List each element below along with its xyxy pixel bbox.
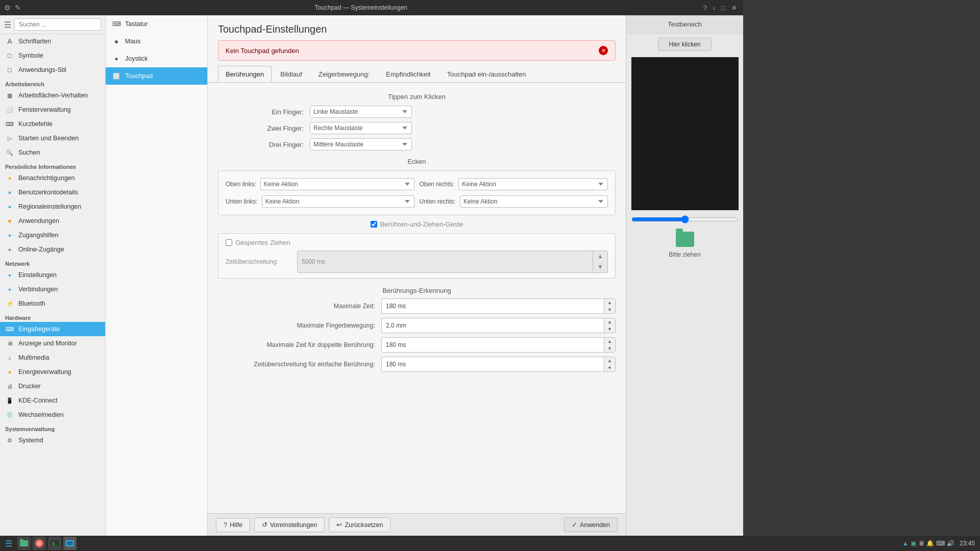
sidebar-item-wechselmedien[interactable]: 💿 Wechselmedien: [0, 408, 105, 422]
sidebar-item-fensterverwaltung[interactable]: ⬜ Fensterverwaltung: [0, 103, 105, 117]
unten-links-select[interactable]: Keine Aktion: [262, 195, 414, 208]
timeout-einfach-down[interactable]: ▼: [604, 364, 615, 371]
sidebar-item-kurzbefehle[interactable]: ⌨ Kurzbefehle: [0, 117, 105, 131]
tab-beruhrungen[interactable]: Berührungen: [218, 66, 272, 82]
max-zeit-row: Maximale Zeit: 180 ms ▲ ▼: [218, 298, 616, 314]
max-zeit-spinbox[interactable]: 180 ms ▲ ▼: [381, 298, 616, 314]
anwenden-button[interactable]: ✓ Anwenden: [564, 517, 618, 532]
device-touchpad[interactable]: ⬜ Touchpad: [106, 67, 207, 85]
gesperrt-checkbox[interactable]: [226, 239, 232, 246]
max-doppel-spinbox[interactable]: 180 ms ▲ ▼: [381, 337, 616, 353]
sidebar-item-energie[interactable]: ● Energieverwaltung: [0, 365, 105, 379]
timeout-up-arrow[interactable]: ▲: [593, 251, 607, 262]
max-doppel-label: Maximale Zeit für doppelte Berührung:: [218, 341, 381, 348]
sidebar-item-eingabegerate[interactable]: ⌨ Eingabegeräte: [0, 322, 105, 336]
gesten-checkbox[interactable]: [371, 221, 377, 228]
minimize-btn[interactable]: ‹: [711, 4, 717, 12]
max-finger-down[interactable]: ▼: [604, 325, 615, 333]
unten-links-dropdown[interactable]: Keine Aktion: [262, 195, 414, 208]
bitte-ziehen-label: Bitte ziehen: [669, 251, 701, 258]
oben-rechts-dropdown[interactable]: Keine Aktion: [458, 178, 608, 190]
device-maus[interactable]: ● Maus: [106, 33, 207, 50]
sidebar-item-anwendungen[interactable]: ★ Anwendungen: [0, 214, 105, 228]
hilfe-button[interactable]: ? Hilfe: [216, 518, 250, 532]
timeout-einfach-up[interactable]: ▲: [604, 357, 615, 364]
ein-finger-row: Ein Finger: Linke Maustaste: [218, 106, 616, 118]
test-click-button[interactable]: Hier klicken: [658, 38, 711, 51]
taskbar-browser-icon[interactable]: [33, 537, 46, 550]
oben-links-dropdown[interactable]: Keine Aktion: [260, 178, 414, 190]
sidebar-item-suchen[interactable]: 🔍 Suchen: [0, 145, 105, 160]
voreinstellungen-button[interactable]: ↺ Voreinstellungen: [254, 517, 325, 532]
monitor-icon: 🖥: [5, 339, 14, 348]
help-icon: ?: [224, 521, 227, 529]
oben-links-select[interactable]: Keine Aktion: [260, 178, 414, 190]
max-doppel-down[interactable]: ▼: [604, 345, 615, 352]
max-finger-spinbox[interactable]: 2,0 mm ▲ ▼: [381, 318, 616, 333]
tab-bildlauf[interactable]: Bildlauf: [273, 66, 310, 82]
zwei-finger-select[interactable]: Rechte Maustaste: [310, 122, 412, 134]
timeout-input[interactable]: 5000 ms ▲ ▼: [297, 251, 608, 273]
sidebar-item-regional[interactable]: ● Regionaleinstellungen: [0, 199, 105, 214]
test-draw-area[interactable]: [631, 57, 739, 210]
taskbar-menu-icon[interactable]: ☰: [2, 537, 15, 550]
edit-icon: ✎: [15, 4, 21, 12]
ein-finger-select[interactable]: Linke Maustaste: [310, 106, 412, 118]
sidebar-item-bluetooth[interactable]: ⚡ Bluetooth: [0, 296, 105, 311]
sidebar-item-drucker[interactable]: 🖨 Drucker: [0, 379, 105, 393]
sidebar-item-schriftarten[interactable]: A Schriftarten: [0, 34, 105, 48]
sidebar-item-benachrichtigungen[interactable]: ● Benachrichtigungen: [0, 171, 105, 185]
device-joystick[interactable]: ● Joystick: [106, 50, 207, 67]
max-zeit-down[interactable]: ▼: [604, 306, 615, 313]
sidebar-item-einstellungen[interactable]: ● Einstellungen: [0, 268, 105, 282]
ein-finger-dropdown[interactable]: Linke Maustaste: [310, 106, 412, 118]
help-btn[interactable]: ?: [701, 4, 709, 12]
sidebar-item-symbole[interactable]: ⬡ Symbole: [0, 48, 105, 63]
maximize-btn[interactable]: □: [719, 4, 727, 12]
timeout-einfach-spinbox[interactable]: 180 ms ▲ ▼: [381, 357, 616, 372]
max-doppel-up[interactable]: ▲: [604, 338, 615, 345]
tab-touchpad-toggle[interactable]: Touchpad ein-/ausschalten: [439, 66, 534, 82]
max-finger-up[interactable]: ▲: [604, 318, 615, 325]
sidebar-item-verbindungen[interactable]: ● Verbindungen: [0, 282, 105, 296]
zwei-finger-label: Zwei Finger:: [218, 124, 310, 132]
sidebar-item-online-zugange[interactable]: ● Online-Zugänge: [0, 242, 105, 257]
taskbar-settings-icon[interactable]: [63, 537, 77, 550]
unten-rechts-dropdown[interactable]: Keine Aktion: [460, 195, 608, 208]
sidebar-item-starten[interactable]: ▷ Starten und Beenden: [0, 131, 105, 145]
sidebar-item-anzeige[interactable]: 🖥 Anzeige und Monitor: [0, 336, 105, 350]
alert-close-btn[interactable]: ✕: [599, 46, 608, 55]
unten-rechts-select[interactable]: Keine Aktion: [460, 195, 608, 208]
sidebar-item-zugangshilfen[interactable]: ● Zugangshilfen: [0, 228, 105, 242]
timeout-down-arrow[interactable]: ▼: [593, 262, 607, 272]
search-input[interactable]: [14, 18, 101, 31]
drei-finger-select[interactable]: Mittlere Maustaste: [310, 138, 412, 151]
zwei-finger-dropdown[interactable]: Rechte Maustaste: [310, 122, 412, 134]
test-slider[interactable]: [631, 215, 739, 223]
drei-finger-label: Drei Finger:: [218, 141, 310, 148]
drei-finger-dropdown[interactable]: Mittlere Maustaste: [310, 138, 412, 151]
tab-zeigerbewegung[interactable]: Zeigerbewegung:: [311, 66, 377, 82]
sidebar-item-benutzerkontodetails[interactable]: ● Benutzerkontodetails: [0, 185, 105, 199]
multimedia-icon: ♪: [5, 353, 14, 362]
sidebar-item-multimedia[interactable]: ♪ Multimedia: [0, 350, 105, 365]
taskbar-terminal-icon[interactable]: $_: [48, 537, 61, 550]
zurucksetzen-button[interactable]: ↩ Zurücksetzen: [329, 517, 390, 532]
sidebar-item-label: Online-Zugänge: [18, 246, 64, 253]
sidebar-item-arbeitsflachen[interactable]: ▦ Arbeitsflächen-Verhalten: [0, 88, 105, 103]
mouse-icon: ●: [112, 37, 121, 46]
sidebar-item-anwendungs-stil[interactable]: ⬡ Anwendungs-Stil: [0, 63, 105, 77]
sidebar-item-label: Drucker: [18, 383, 41, 390]
hamburger-icon[interactable]: ☰: [4, 20, 11, 30]
close-btn[interactable]: ✕: [729, 4, 739, 12]
max-zeit-label: Maximale Zeit:: [218, 303, 381, 310]
oben-rechts-select[interactable]: Keine Aktion: [458, 178, 608, 190]
sidebar-item-systemd[interactable]: ⚙ Systemd: [0, 433, 105, 447]
sidebar-item-kde-connect[interactable]: 📱 KDE-Connect: [0, 393, 105, 408]
taskbar-monitor-icon: 🖥: [918, 540, 924, 547]
tab-empfindlichkeit[interactable]: Empfindlichkeit: [378, 66, 438, 82]
max-zeit-up[interactable]: ▲: [604, 299, 615, 306]
taskbar-files-icon[interactable]: [17, 537, 31, 550]
device-tastatur[interactable]: ⌨ Tastatur: [106, 15, 207, 33]
folder-icon[interactable]: [676, 232, 694, 247]
